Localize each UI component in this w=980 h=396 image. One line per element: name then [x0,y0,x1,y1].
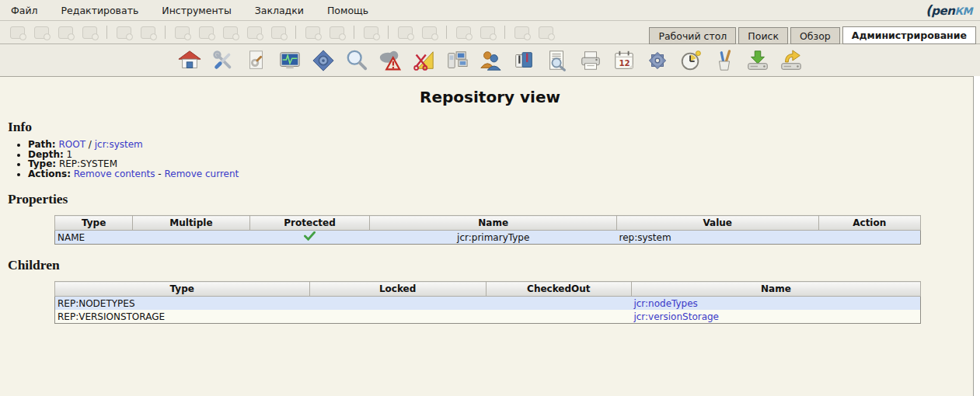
tab-dashboard[interactable]: Обзор [790,27,840,44]
toolbar-separator [106,26,107,39]
start-workflow-icon [364,26,378,39]
download-pdf-icon [82,26,97,39]
create-folder-icon [10,26,25,39]
system-monitor-icon[interactable] [277,47,302,74]
main-tab-bar: Рабочий стол Поиск Обзор Администрирован… [647,26,976,44]
col-type: Type [55,216,133,231]
application-window: Файл Редактировать Инструменты Закладки … [0,0,980,396]
menu-file[interactable]: Файл [8,2,41,19]
remove-subscription-icon [422,26,437,39]
search-icon[interactable] [344,47,369,74]
download-document-icon [58,26,73,39]
remove-note-icon [539,26,553,39]
calendar-icon[interactable]: 12 [611,47,636,74]
child-type-cell: REP:VERSIONSTORAGE [55,310,310,324]
add-document-icon [175,26,190,39]
lock-icon [117,26,131,39]
cancel-checkout-icon [247,26,262,39]
tab-desktop[interactable]: Рабочий стол [649,27,736,44]
import-drive-icon[interactable] [745,47,770,74]
tools-icon[interactable] [210,47,235,74]
checkout-document-icon [199,26,214,39]
script-document-icon[interactable] [243,47,269,74]
children-heading: Children [8,257,980,273]
unlock-icon [141,26,155,39]
openkm-logo: (penКМ [926,2,972,18]
children-header-row: Type Locked CheckedOut Name [55,282,921,297]
child-name-cell: jcr:nodeTypes [631,297,920,311]
col-locked: Locked [309,282,486,297]
home-icon[interactable] [176,47,202,74]
add-note-icon [514,26,529,39]
gear-icon[interactable] [644,47,670,74]
toolbar-separator [446,26,447,39]
go-home-icon [480,26,495,39]
find-document-icon [34,26,49,39]
col-name: Name [370,216,617,231]
protected-check-icon [304,231,316,241]
col-checkedout: CheckedOut [486,282,631,297]
info-depth-item: Depth: 1 [28,150,980,160]
menu-bar: Файл Редактировать Инструменты Закладки … [0,0,980,21]
properties-heading: Properties [8,191,980,207]
tool-bar: Рабочий стол Поиск Обзор Администрирован… [0,21,980,44]
admin-icon-tray: 12 [0,44,980,77]
tab-administration[interactable]: Администрирование [842,26,976,44]
info-path-item: Path: ROOT / jcr:system [28,140,980,150]
menu-bookmarks[interactable]: Закладки [252,2,307,19]
table-row: NAME jcr:primaryType rep:system [55,231,921,245]
col-name: Name [631,282,920,297]
checkin-document-icon [223,26,238,39]
delete-icon [271,26,286,39]
jcr-nodetypes-link[interactable]: jcr:nodeTypes [633,298,697,309]
toolbar-separator [165,26,166,39]
tab-search[interactable]: Поиск [738,27,788,44]
remove-contents-link[interactable]: Remove contents [74,168,155,179]
toolbar-separator [295,26,296,39]
menu-help[interactable]: Помощь [324,2,371,19]
content-scroll-edge[interactable] [973,76,980,396]
report-icon[interactable] [544,47,570,74]
property-multiple-cell [133,231,249,245]
error-cloud-icon[interactable] [377,47,403,74]
child-checkedout-cell [486,310,631,324]
property-name-cell: jcr:primaryType [370,231,617,245]
child-type-cell: REP:NODETYPES [55,297,310,311]
toolbar-separator [388,26,389,39]
add-property-group-icon [305,26,320,39]
menu-tools[interactable]: Инструменты [159,2,234,19]
col-action: Action [818,216,920,231]
printer-icon[interactable] [577,47,603,74]
child-locked-cell [309,297,486,311]
col-multiple: Multiple [133,216,249,231]
users-icon[interactable] [477,47,503,74]
scheduler-clock-icon[interactable] [678,47,703,74]
stats-computers-icon[interactable] [444,47,469,74]
admin-content-panel: Repository view Info Path: ROOT / jcr:sy… [0,77,980,396]
property-action-cell [818,231,920,245]
export-drive-icon[interactable] [778,47,804,74]
property-protected-cell [249,231,370,245]
properties-table: Type Multiple Protected Name Value Actio… [54,215,921,245]
info-list: Path: ROOT / jcr:system Depth: 1 Type: R… [16,140,980,179]
page-title: Repository view [0,77,980,106]
jcr-system-link[interactable]: jcr:system [95,139,143,150]
remove-current-link[interactable]: Remove current [165,168,239,179]
children-table: Type Locked CheckedOut Name REP:NODETYPE… [54,281,921,324]
pens-cup-icon[interactable] [711,47,737,74]
remove-property-group-icon [330,26,344,39]
col-value: Value [616,216,818,231]
profiles-shirts-icon[interactable] [511,47,536,74]
jcr-versionstorage-link[interactable]: jcr:versionStorage [633,311,719,322]
info-actions-item: Actions: Remove contents - Remove curren… [28,169,980,179]
child-checkedout-cell [486,297,631,311]
menu-edit[interactable]: Редактировать [58,2,142,19]
workflow-diamond-icon[interactable] [310,47,336,74]
info-heading: Info [8,119,980,135]
toolbar-separator [354,26,354,39]
col-protected: Protected [249,216,370,231]
child-locked-cell [309,310,486,324]
property-type-cell: NAME [55,231,133,245]
utilities-scissors-icon[interactable] [410,47,436,74]
add-subscription-icon [398,26,413,39]
